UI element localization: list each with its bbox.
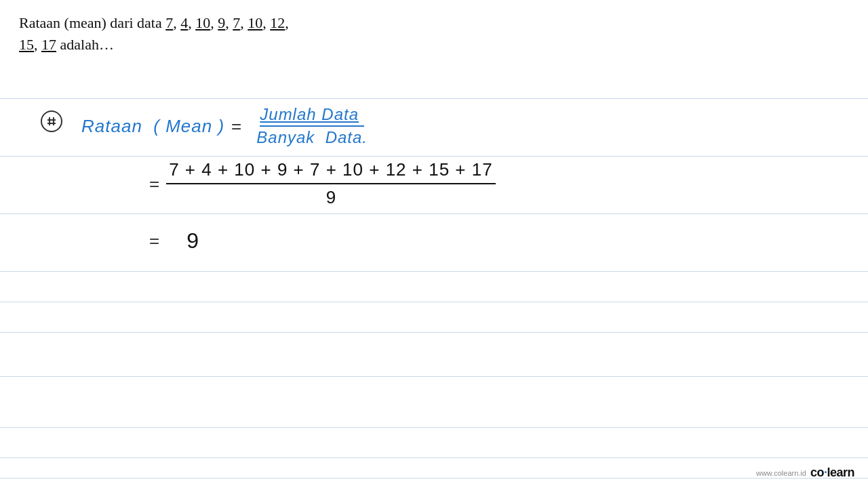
circle-hash-icon: [41, 110, 62, 132]
final-answer: 9: [186, 228, 199, 253]
formula-numerator: Jumlah Data: [260, 105, 364, 127]
ruled-line: [0, 478, 868, 479]
num-12: 12: [270, 14, 285, 31]
formula-fraction: Jumlah Data Banyak Data.: [256, 105, 368, 147]
ruled-line: [0, 376, 868, 377]
ruled-line: [0, 98, 868, 99]
ruled-line: [0, 427, 868, 428]
num-7a: 7: [165, 14, 173, 31]
step1-fraction: 7 + 4 + 10 + 9 + 7 + 10 + 12 + 15 + 17 9: [166, 159, 496, 208]
formula-denominator: Banyak Data.: [256, 127, 368, 147]
num-7b: 7: [233, 14, 240, 31]
step1-equals: =: [149, 174, 159, 195]
question-text: Rataan (mean) dari data 7, 4, 10, 9, 7, …: [19, 14, 289, 53]
num-9: 9: [218, 14, 225, 31]
formula-title: Rataan ( Mean ): [81, 116, 224, 137]
colearn-logo: www.colearn.id co·learn: [756, 466, 854, 480]
ruled-line: [0, 302, 868, 302]
ruled-line: [0, 458, 868, 458]
colearn-url: www.colearn.id: [756, 469, 806, 477]
num-17: 17: [41, 36, 56, 53]
question-area: Rataan (mean) dari data 7, 4, 10, 9, 7, …: [19, 12, 849, 56]
colearn-dot: ·: [824, 466, 827, 479]
ruled-line: [0, 332, 868, 333]
page: Rataan (mean) dari data 7, 4, 10, 9, 7, …: [0, 0, 868, 488]
step2-equals: =: [149, 230, 159, 251]
formula-equals: =: [231, 116, 241, 137]
num-15: 15: [19, 36, 34, 53]
step1-denominator: 9: [326, 184, 336, 208]
num-10b: 10: [248, 14, 262, 31]
num-4: 4: [180, 14, 188, 31]
num-10a: 10: [195, 14, 210, 31]
formula-block: Rataan ( Mean ) = Jumlah Data Banyak Dat…: [81, 105, 496, 253]
ruled-line: [0, 271, 868, 272]
step1-numerator: 7 + 4 + 10 + 9 + 7 + 10 + 12 + 15 + 17: [166, 159, 496, 184]
colearn-brand: co·learn: [810, 466, 854, 480]
